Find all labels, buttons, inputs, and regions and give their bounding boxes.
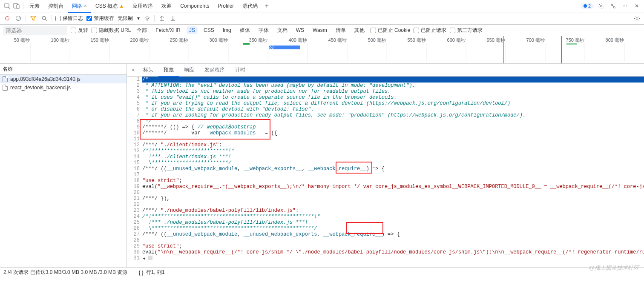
tab-sources[interactable]: 源代码	[238, 0, 262, 12]
device-icon[interactable]	[12, 1, 21, 11]
tab-network[interactable]: 网络×	[68, 0, 91, 12]
request-detail: × 标头 预览 响应 发起程序 计时 1/* 2 * ATTENTION: Th…	[127, 64, 644, 267]
filter-input[interactable]	[3, 26, 67, 35]
gear-icon[interactable]	[596, 1, 606, 11]
timeline-tick: 350 毫秒	[249, 37, 267, 43]
load-line	[561, 36, 562, 63]
settings-gear-icon[interactable]	[633, 14, 641, 22]
timeline-tick: 200 毫秒	[130, 37, 149, 43]
svg-line-9	[45, 19, 47, 21]
tab-components[interactable]: Components	[176, 0, 213, 11]
timeline-bar	[274, 46, 300, 49]
timeline-bar	[269, 46, 274, 49]
name-header[interactable]: 名称	[0, 64, 126, 75]
tab-elements[interactable]: 元素	[25, 0, 44, 12]
timeline-tick: 550 毫秒	[408, 37, 426, 43]
tab-css-overview[interactable]: CSS 概览 ▲	[91, 0, 128, 12]
blocked-cookies-checkbox[interactable]: 已阻止 Cookie	[371, 27, 411, 34]
timeline-tick: 600 毫秒	[447, 37, 466, 43]
type-ws[interactable]: WS	[293, 26, 307, 34]
timeline-tick: 750 毫秒	[566, 37, 584, 43]
type-font[interactable]: 字体	[256, 26, 271, 35]
svg-rect-2	[17, 5, 19, 9]
svg-point-10	[147, 20, 147, 21]
timeline-tick: 400 毫秒	[289, 37, 307, 43]
tab-profiler[interactable]: Profiler	[213, 0, 238, 11]
inspect-icon[interactable]	[3, 1, 12, 11]
upload-icon[interactable]	[158, 14, 166, 22]
network-toolbar: 保留日志 禁用缓存 无限制 ▾	[0, 12, 644, 25]
download-icon[interactable]	[169, 14, 177, 22]
cursor-position: 行1, 列1	[146, 269, 165, 276]
timeline-tick: 300 毫秒	[210, 37, 228, 43]
search-icon[interactable]	[40, 14, 48, 22]
svg-point-8	[42, 16, 46, 20]
tab-application[interactable]: 应用程序	[128, 0, 157, 12]
close-devtools-icon[interactable]: ✕	[632, 1, 641, 11]
close-icon[interactable]: ×	[84, 3, 87, 9]
svg-point-11	[636, 17, 638, 19]
timeline-tick: 800 毫秒	[606, 37, 624, 43]
watermark: @稀土掘金技术社区	[589, 264, 639, 272]
disable-cache-checkbox[interactable]: 禁用缓存	[86, 15, 114, 22]
tab-preview[interactable]: 预览	[158, 64, 179, 77]
filter-bar: 反转 隐藏数据 URL 全部 Fetch/XHR JS CSS Img 媒体 字…	[0, 25, 644, 36]
file-icon	[3, 76, 8, 82]
format-braces[interactable]: { }	[138, 270, 143, 276]
code-preview[interactable]: 1/* 2 * ATTENTION: The "eval" devtool ha…	[127, 77, 644, 267]
tab-headers[interactable]: 标头	[138, 64, 158, 76]
type-manifest[interactable]: 清单	[333, 26, 348, 35]
timeline-tick: 700 毫秒	[526, 37, 545, 43]
type-doc[interactable]: 文档	[275, 26, 290, 35]
third-party-checkbox[interactable]: 第三方请求	[450, 27, 483, 34]
tab-console[interactable]: 控制台	[44, 0, 68, 12]
timeline[interactable]: 50 毫秒100 毫秒150 毫秒200 毫秒250 毫秒300 毫秒350 毫…	[0, 36, 644, 64]
record-icon[interactable]	[3, 14, 11, 22]
type-other[interactable]: 其他	[352, 26, 367, 35]
timeline-tick: 650 毫秒	[487, 37, 505, 43]
preserve-log-checkbox[interactable]: 保留日志	[55, 15, 83, 22]
request-row[interactable]: react_devtools_backend.js	[0, 83, 126, 92]
clear-icon[interactable]	[14, 14, 22, 22]
domcontent-line	[503, 36, 504, 63]
devtools-top-tabs: 元素 控制台 网络× CSS 概览 ▲ 应用程序 欢迎 Components P…	[0, 0, 644, 12]
filter-icon[interactable]	[29, 14, 37, 22]
tab-timing[interactable]: 计时	[230, 64, 250, 76]
invert-checkbox[interactable]: 反转	[71, 27, 88, 34]
wifi-icon[interactable]	[143, 14, 151, 22]
svg-point-4	[611, 4, 612, 6]
tab-initiator[interactable]: 发起程序	[199, 64, 230, 76]
timeline-tick: 50 毫秒	[14, 37, 30, 43]
timeline-bar	[243, 43, 250, 45]
status-bar: 2 /4 次请求 已传送3.0 MB/3.0 MB 3.0 MB /3.0 MB…	[0, 267, 644, 277]
type-fetchxhr[interactable]: Fetch/XHR	[153, 26, 183, 34]
more-icon[interactable]: ⋯	[620, 1, 630, 11]
svg-point-3	[600, 5, 602, 7]
timeline-tick: 450 毫秒	[328, 37, 347, 43]
type-css[interactable]: CSS	[201, 26, 217, 34]
type-wasm[interactable]: Wasm	[310, 26, 330, 34]
transfer-summary: 2 /4 次请求 已传送3.0 MB/3.0 MB 3.0 MB /3.0 MB…	[3, 269, 127, 276]
tab-welcome[interactable]: 欢迎	[157, 0, 176, 12]
tab-response[interactable]: 响应	[179, 64, 199, 76]
add-tab-icon[interactable]: +	[262, 1, 271, 11]
request-list: 名称 app.893df84a26a3d34c3140.js react_dev…	[0, 64, 127, 267]
throttle-select[interactable]: 无限制 ▾	[118, 15, 140, 22]
issues-badge[interactable]: 2	[581, 3, 594, 9]
svg-point-5	[613, 6, 615, 8]
request-row[interactable]: app.893df84a26a3d34c3140.js	[0, 75, 126, 83]
hide-data-urls-checkbox[interactable]: 隐藏数据 URL	[92, 27, 131, 34]
timeline-bar	[566, 43, 577, 45]
type-js[interactable]: JS	[187, 26, 198, 34]
activity-icon[interactable]	[608, 1, 618, 11]
close-panel-icon[interactable]: ×	[129, 67, 138, 73]
svg-line-7	[17, 17, 20, 20]
type-media[interactable]: 媒体	[237, 26, 253, 35]
timeline-tick: 150 毫秒	[91, 37, 109, 43]
blocked-requests-checkbox[interactable]: 已阻止请求	[414, 27, 446, 34]
type-img[interactable]: Img	[220, 26, 234, 34]
type-all[interactable]: 全部	[134, 26, 150, 35]
file-icon	[3, 85, 8, 91]
timeline-tick: 500 毫秒	[368, 37, 386, 43]
timeline-tick: 250 毫秒	[170, 37, 188, 43]
